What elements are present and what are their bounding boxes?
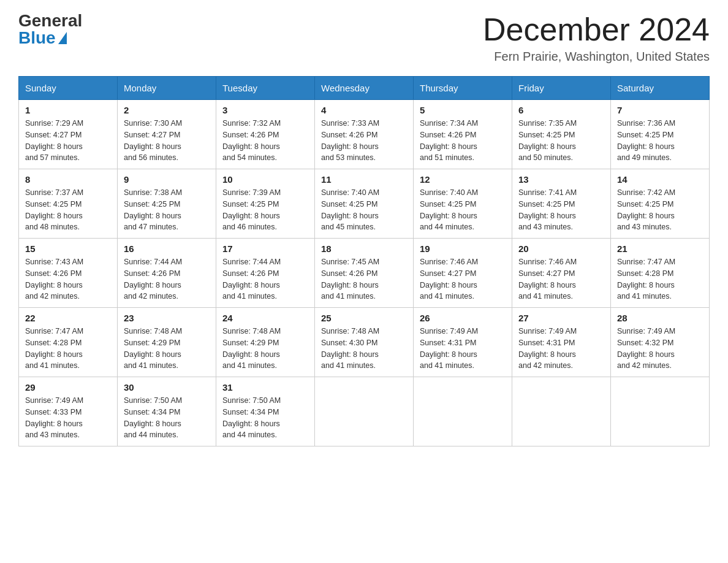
table-row: 4Sunrise: 7:33 AMSunset: 4:26 PMDaylight… xyxy=(315,100,414,169)
day-info: Sunrise: 7:33 AMSunset: 4:26 PMDaylight:… xyxy=(321,118,407,164)
table-row: 30Sunrise: 7:50 AMSunset: 4:34 PMDayligh… xyxy=(118,377,216,446)
logo-general-text: General xyxy=(18,12,82,29)
table-row: 8Sunrise: 7:37 AMSunset: 4:25 PMDaylight… xyxy=(19,169,118,239)
table-row: 16Sunrise: 7:44 AMSunset: 4:26 PMDayligh… xyxy=(118,239,216,308)
table-row: 13Sunrise: 7:41 AMSunset: 4:25 PMDayligh… xyxy=(512,169,611,239)
day-info: Sunrise: 7:39 AMSunset: 4:25 PMDaylight:… xyxy=(222,187,308,233)
day-info: Sunrise: 7:49 AMSunset: 4:33 PMDaylight:… xyxy=(25,395,111,441)
day-info: Sunrise: 7:45 AMSunset: 4:26 PMDaylight:… xyxy=(321,256,407,302)
location-title: Fern Prairie, Washington, United States xyxy=(483,50,710,64)
day-number: 8 xyxy=(25,174,111,185)
day-info: Sunrise: 7:44 AMSunset: 4:26 PMDaylight:… xyxy=(222,256,308,302)
day-info: Sunrise: 7:35 AMSunset: 4:25 PMDaylight:… xyxy=(518,118,604,164)
day-number: 27 xyxy=(518,313,604,323)
table-row xyxy=(512,377,611,446)
table-row: 25Sunrise: 7:48 AMSunset: 4:30 PMDayligh… xyxy=(315,308,414,377)
day-number: 16 xyxy=(124,243,210,254)
table-row: 6Sunrise: 7:35 AMSunset: 4:25 PMDaylight… xyxy=(512,100,611,169)
table-row: 1Sunrise: 7:29 AMSunset: 4:27 PMDaylight… xyxy=(19,100,118,169)
day-info: Sunrise: 7:38 AMSunset: 4:25 PMDaylight:… xyxy=(124,187,210,233)
day-info: Sunrise: 7:37 AMSunset: 4:25 PMDaylight:… xyxy=(25,187,111,233)
header-tuesday: Tuesday xyxy=(216,77,315,100)
day-info: Sunrise: 7:43 AMSunset: 4:26 PMDaylight:… xyxy=(25,256,111,302)
day-number: 11 xyxy=(321,174,407,185)
day-number: 12 xyxy=(420,174,506,185)
day-info: Sunrise: 7:34 AMSunset: 4:26 PMDaylight:… xyxy=(420,118,506,164)
day-number: 4 xyxy=(321,105,407,115)
day-number: 30 xyxy=(124,382,210,393)
day-info: Sunrise: 7:48 AMSunset: 4:29 PMDaylight:… xyxy=(124,326,210,372)
table-row: 12Sunrise: 7:40 AMSunset: 4:25 PMDayligh… xyxy=(414,169,512,239)
day-info: Sunrise: 7:29 AMSunset: 4:27 PMDaylight:… xyxy=(25,118,111,164)
table-row: 27Sunrise: 7:49 AMSunset: 4:31 PMDayligh… xyxy=(512,308,611,377)
calendar-week-row: 15Sunrise: 7:43 AMSunset: 4:26 PMDayligh… xyxy=(19,239,710,308)
day-info: Sunrise: 7:36 AMSunset: 4:25 PMDaylight:… xyxy=(617,118,703,164)
weekday-header-row: Sunday Monday Tuesday Wednesday Thursday… xyxy=(19,77,710,100)
day-number: 23 xyxy=(124,313,210,323)
table-row: 10Sunrise: 7:39 AMSunset: 4:25 PMDayligh… xyxy=(216,169,315,239)
title-block: December 2024 Fern Prairie, Washington, … xyxy=(483,12,710,64)
day-info: Sunrise: 7:40 AMSunset: 4:25 PMDaylight:… xyxy=(420,187,506,233)
day-number: 17 xyxy=(222,243,308,254)
table-row: 21Sunrise: 7:47 AMSunset: 4:28 PMDayligh… xyxy=(611,239,710,308)
day-number: 14 xyxy=(617,174,703,185)
month-title: December 2024 xyxy=(483,12,710,47)
header-monday: Monday xyxy=(118,77,216,100)
day-info: Sunrise: 7:32 AMSunset: 4:26 PMDaylight:… xyxy=(222,118,308,164)
table-row: 7Sunrise: 7:36 AMSunset: 4:25 PMDaylight… xyxy=(611,100,710,169)
day-number: 20 xyxy=(518,243,604,254)
day-number: 10 xyxy=(222,174,308,185)
day-number: 3 xyxy=(222,105,308,115)
day-info: Sunrise: 7:48 AMSunset: 4:29 PMDaylight:… xyxy=(222,326,308,372)
table-row: 15Sunrise: 7:43 AMSunset: 4:26 PMDayligh… xyxy=(19,239,118,308)
day-number: 29 xyxy=(25,382,111,393)
calendar-table: Sunday Monday Tuesday Wednesday Thursday… xyxy=(18,76,710,446)
table-row: 5Sunrise: 7:34 AMSunset: 4:26 PMDaylight… xyxy=(414,100,512,169)
day-number: 21 xyxy=(617,243,703,254)
day-number: 5 xyxy=(420,105,506,115)
day-info: Sunrise: 7:40 AMSunset: 4:25 PMDaylight:… xyxy=(321,187,407,233)
day-info: Sunrise: 7:50 AMSunset: 4:34 PMDaylight:… xyxy=(222,395,308,441)
day-info: Sunrise: 7:46 AMSunset: 4:27 PMDaylight:… xyxy=(420,256,506,302)
day-number: 1 xyxy=(25,105,111,115)
table-row xyxy=(315,377,414,446)
table-row: 3Sunrise: 7:32 AMSunset: 4:26 PMDaylight… xyxy=(216,100,315,169)
calendar-week-row: 29Sunrise: 7:49 AMSunset: 4:33 PMDayligh… xyxy=(19,377,710,446)
table-row: 28Sunrise: 7:49 AMSunset: 4:32 PMDayligh… xyxy=(611,308,710,377)
day-info: Sunrise: 7:49 AMSunset: 4:31 PMDaylight:… xyxy=(518,326,604,372)
table-row: 24Sunrise: 7:48 AMSunset: 4:29 PMDayligh… xyxy=(216,308,315,377)
day-number: 19 xyxy=(420,243,506,254)
day-number: 26 xyxy=(420,313,506,323)
day-number: 24 xyxy=(222,313,308,323)
table-row: 2Sunrise: 7:30 AMSunset: 4:27 PMDaylight… xyxy=(118,100,216,169)
day-info: Sunrise: 7:46 AMSunset: 4:27 PMDaylight:… xyxy=(518,256,604,302)
table-row: 9Sunrise: 7:38 AMSunset: 4:25 PMDaylight… xyxy=(118,169,216,239)
day-number: 15 xyxy=(25,243,111,254)
logo-triangle-icon xyxy=(58,32,67,44)
calendar-week-row: 1Sunrise: 7:29 AMSunset: 4:27 PMDaylight… xyxy=(19,100,710,169)
header-sunday: Sunday xyxy=(19,77,118,100)
day-number: 25 xyxy=(321,313,407,323)
calendar-week-row: 8Sunrise: 7:37 AMSunset: 4:25 PMDaylight… xyxy=(19,169,710,239)
page-header: General Blue December 2024 Fern Prairie,… xyxy=(18,12,710,64)
table-row: 17Sunrise: 7:44 AMSunset: 4:26 PMDayligh… xyxy=(216,239,315,308)
day-info: Sunrise: 7:47 AMSunset: 4:28 PMDaylight:… xyxy=(25,326,111,372)
day-number: 2 xyxy=(124,105,210,115)
table-row: 20Sunrise: 7:46 AMSunset: 4:27 PMDayligh… xyxy=(512,239,611,308)
day-number: 9 xyxy=(124,174,210,185)
day-number: 22 xyxy=(25,313,111,323)
table-row: 18Sunrise: 7:45 AMSunset: 4:26 PMDayligh… xyxy=(315,239,414,308)
day-number: 7 xyxy=(617,105,703,115)
table-row: 14Sunrise: 7:42 AMSunset: 4:25 PMDayligh… xyxy=(611,169,710,239)
day-number: 6 xyxy=(518,105,604,115)
table-row: 22Sunrise: 7:47 AMSunset: 4:28 PMDayligh… xyxy=(19,308,118,377)
header-friday: Friday xyxy=(512,77,611,100)
day-number: 18 xyxy=(321,243,407,254)
table-row: 29Sunrise: 7:49 AMSunset: 4:33 PMDayligh… xyxy=(19,377,118,446)
table-row xyxy=(611,377,710,446)
day-info: Sunrise: 7:50 AMSunset: 4:34 PMDaylight:… xyxy=(124,395,210,441)
table-row: 11Sunrise: 7:40 AMSunset: 4:25 PMDayligh… xyxy=(315,169,414,239)
day-info: Sunrise: 7:41 AMSunset: 4:25 PMDaylight:… xyxy=(518,187,604,233)
header-thursday: Thursday xyxy=(414,77,512,100)
day-info: Sunrise: 7:30 AMSunset: 4:27 PMDaylight:… xyxy=(124,118,210,164)
